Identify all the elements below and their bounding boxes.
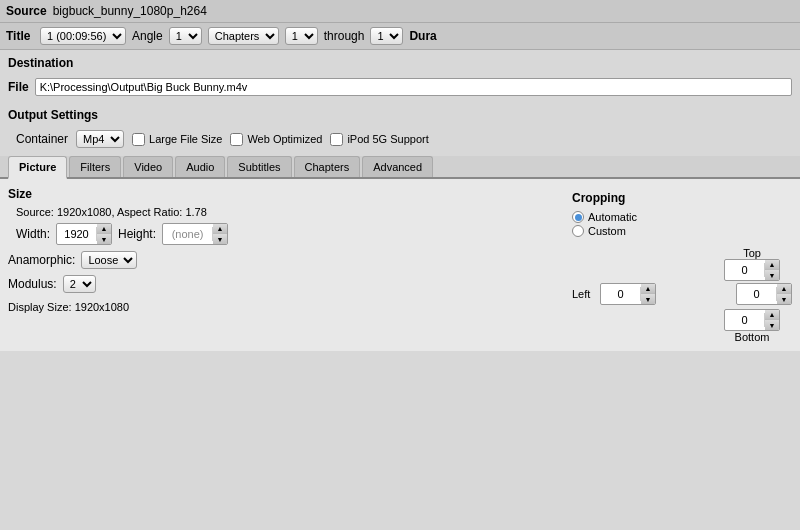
- bottom-value: 0: [725, 313, 765, 327]
- tab-subtitles[interactable]: Subtitles: [227, 156, 291, 177]
- right-down-btn[interactable]: ▼: [777, 294, 791, 304]
- chapter-start-select[interactable]: 1: [285, 27, 318, 45]
- source-value: bigbuck_bunny_1080p_h264: [53, 4, 207, 18]
- left-value: 0: [601, 287, 641, 301]
- top-up-btn[interactable]: ▲: [765, 260, 779, 270]
- left-down-btn[interactable]: ▼: [641, 294, 655, 304]
- display-size-value: 1920x1080: [75, 301, 129, 313]
- width-down-btn[interactable]: ▼: [97, 234, 111, 244]
- bottom-spinner-buttons[interactable]: ▲ ▼: [765, 310, 779, 330]
- display-size-label: Display Size:: [8, 301, 72, 313]
- tab-filters[interactable]: Filters: [69, 156, 121, 177]
- crop-bottom-row: 0 ▲ ▼ Bottom: [572, 309, 792, 343]
- large-file-checkbox[interactable]: [132, 133, 145, 146]
- width-spinner[interactable]: 1920 ▲ ▼: [56, 223, 112, 245]
- top-label: Top: [722, 247, 782, 259]
- custom-radio-row[interactable]: Custom: [572, 225, 792, 237]
- large-file-checkbox-group[interactable]: Large File Size: [132, 133, 222, 146]
- anamorphic-label: Anamorphic:: [8, 253, 75, 267]
- ipod-support-checkbox[interactable]: [330, 133, 343, 146]
- left-spinner-buttons[interactable]: ▲ ▼: [641, 284, 655, 304]
- chapters-select[interactable]: Chapters: [208, 27, 279, 45]
- title-label: Title: [6, 29, 34, 43]
- large-file-label: Large File Size: [149, 133, 222, 145]
- width-value: 1920: [57, 227, 97, 241]
- tab-video[interactable]: Video: [123, 156, 173, 177]
- top-spinner[interactable]: 0 ▲ ▼: [724, 259, 780, 281]
- width-label: Width:: [16, 227, 50, 241]
- right-spinner-buttons[interactable]: ▲ ▼: [777, 284, 791, 304]
- top-spinner-buttons[interactable]: ▲ ▼: [765, 260, 779, 280]
- right-up-btn[interactable]: ▲: [777, 284, 791, 294]
- title-bar: Title 1 (00:09:56) Angle 1 Chapters 1 th…: [0, 23, 800, 50]
- source-label: Source: [6, 4, 47, 18]
- height-spinner[interactable]: (none) ▲ ▼: [162, 223, 228, 245]
- crop-middle-row: Left 0 ▲ ▼ 0 ▲ ▼: [572, 283, 792, 305]
- height-up-btn[interactable]: ▲: [213, 224, 227, 234]
- tab-chapters[interactable]: Chapters: [294, 156, 361, 177]
- destination-header: Destination: [8, 56, 792, 70]
- web-optimized-label: Web Optimized: [247, 133, 322, 145]
- left-up-btn[interactable]: ▲: [641, 284, 655, 294]
- bottom-spinner[interactable]: 0 ▲ ▼: [724, 309, 780, 331]
- duration-label: Dura: [409, 29, 436, 43]
- automatic-radio[interactable]: [572, 211, 584, 223]
- width-row: Width: 1920 ▲ ▼ Height: (none) ▲ ▼: [16, 223, 564, 245]
- bottom-down-btn[interactable]: ▼: [765, 320, 779, 330]
- left-label: Left: [572, 288, 596, 300]
- height-spinner-buttons[interactable]: ▲ ▼: [213, 224, 227, 244]
- crop-grid: Top 0 ▲ ▼ Left 0: [572, 247, 792, 343]
- anamorphic-row: Anamorphic: Loose: [8, 251, 564, 269]
- title-select[interactable]: 1 (00:09:56): [40, 27, 126, 45]
- tab-advanced[interactable]: Advanced: [362, 156, 433, 177]
- right-panel: Cropping Automatic Custom Top 0: [572, 187, 792, 343]
- modulus-select[interactable]: 2: [63, 275, 96, 293]
- tabs-bar: Picture Filters Video Audio Subtitles Ch…: [0, 156, 800, 179]
- automatic-label: Automatic: [588, 211, 637, 223]
- through-label: through: [324, 29, 365, 43]
- tab-audio[interactable]: Audio: [175, 156, 225, 177]
- left-spinner[interactable]: 0 ▲ ▼: [600, 283, 656, 305]
- display-size-row: Display Size: 1920x1080: [8, 301, 564, 313]
- width-spinner-buttons[interactable]: ▲ ▼: [97, 224, 111, 244]
- container-label: Container: [16, 132, 68, 146]
- height-label: Height:: [118, 227, 156, 241]
- destination-section: Destination: [0, 50, 800, 76]
- modulus-row: Modulus: 2: [8, 275, 564, 293]
- width-up-btn[interactable]: ▲: [97, 224, 111, 234]
- ipod-support-label: iPod 5G Support: [347, 133, 428, 145]
- file-row: File: [0, 76, 800, 102]
- cropping-section: Cropping Automatic Custom Top 0: [572, 191, 792, 343]
- file-input[interactable]: [35, 78, 792, 96]
- custom-radio[interactable]: [572, 225, 584, 237]
- output-row: Container Mp4 Large File Size Web Optimi…: [0, 128, 800, 154]
- top-value: 0: [725, 263, 765, 277]
- left-panel: Size Source: 1920x1080, Aspect Ratio: 1.…: [8, 187, 564, 343]
- height-value: (none): [163, 227, 213, 241]
- automatic-radio-row[interactable]: Automatic: [572, 211, 792, 223]
- cropping-title: Cropping: [572, 191, 792, 205]
- web-optimized-checkbox[interactable]: [230, 133, 243, 146]
- file-label: File: [8, 80, 29, 94]
- source-info: Source: 1920x1080, Aspect Ratio: 1.78: [16, 205, 564, 219]
- custom-label: Custom: [588, 225, 626, 237]
- right-value: 0: [737, 287, 777, 301]
- top-down-btn[interactable]: ▼: [765, 270, 779, 280]
- source-bar: Source bigbuck_bunny_1080p_h264: [0, 0, 800, 23]
- height-down-btn[interactable]: ▼: [213, 234, 227, 244]
- anamorphic-select[interactable]: Loose: [81, 251, 137, 269]
- bottom-up-btn[interactable]: ▲: [765, 310, 779, 320]
- container-select[interactable]: Mp4: [76, 130, 124, 148]
- ipod-support-checkbox-group[interactable]: iPod 5G Support: [330, 133, 428, 146]
- right-spinner[interactable]: 0 ▲ ▼: [736, 283, 792, 305]
- output-settings-section: Output Settings: [0, 102, 800, 128]
- web-optimized-checkbox-group[interactable]: Web Optimized: [230, 133, 322, 146]
- output-settings-header: Output Settings: [8, 108, 792, 122]
- angle-label: Angle: [132, 29, 163, 43]
- angle-select[interactable]: 1: [169, 27, 202, 45]
- main-content: Size Source: 1920x1080, Aspect Ratio: 1.…: [0, 179, 800, 351]
- crop-top-row: Top 0 ▲ ▼: [572, 247, 792, 281]
- tab-picture[interactable]: Picture: [8, 156, 67, 179]
- through-select[interactable]: 1: [370, 27, 403, 45]
- bottom-label: Bottom: [722, 331, 782, 343]
